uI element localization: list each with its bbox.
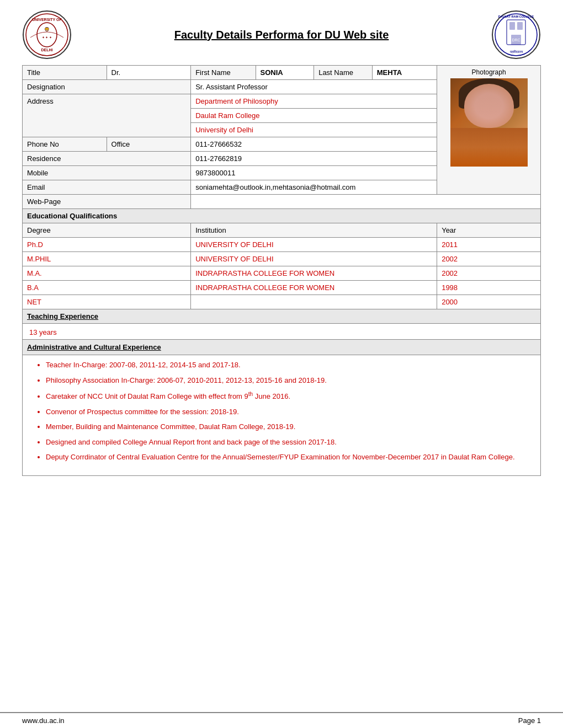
institution-ba: INDRAPRASTHA COLLEGE FOR WOMEN bbox=[191, 281, 437, 295]
address-label: Address bbox=[23, 94, 191, 137]
year-ma: 2002 bbox=[437, 266, 541, 281]
year-phd: 2011 bbox=[437, 238, 541, 252]
footer-page: Page 1 bbox=[518, 716, 541, 725]
teaching-header-row: Teaching Experience bbox=[23, 309, 541, 324]
bullet-6: Designed and compiled College Annual Rep… bbox=[46, 437, 534, 448]
svg-text:✦ ✦ ✦: ✦ ✦ ✦ bbox=[42, 36, 52, 39]
svg-text:🦁: 🦁 bbox=[44, 26, 50, 32]
bullet-3: Caretaker of NCC Unit of Daulat Ram Coll… bbox=[46, 390, 534, 402]
phone-office-label: Office bbox=[107, 137, 191, 152]
address-line2: Daulat Ram College bbox=[191, 109, 437, 123]
footer: www.du.ac.in Page 1 bbox=[0, 712, 563, 728]
svg-text:महाविद्यालय: महाविद्यालय bbox=[509, 50, 523, 53]
bullet-1: Teacher In-Charge: 2007-08, 2011-12, 201… bbox=[46, 360, 534, 371]
teaching-years-cell: 13 years bbox=[23, 324, 541, 340]
edu-col-header-row: Degree Institution Year bbox=[23, 223, 541, 238]
degree-net: NET bbox=[23, 295, 191, 309]
teaching-section-label: Teaching Experience bbox=[23, 309, 541, 324]
residence-value: 011-27662819 bbox=[191, 152, 437, 166]
admin-section-label: Administrative and Cultural Experience bbox=[23, 340, 541, 355]
main-content: Title Dr. First Name SONIA Last Name MEH… bbox=[0, 65, 563, 712]
email-value: soniamehta@outlook.in,mehtasonia@hotmail… bbox=[191, 180, 437, 195]
degree-ba: B.A bbox=[23, 281, 191, 295]
teaching-content-row: 13 years bbox=[23, 324, 541, 340]
address-line1: Department of Philosophy bbox=[191, 94, 437, 109]
bullet-5: Member, Building and Maintenance Committ… bbox=[46, 421, 534, 432]
year-mphil: 2002 bbox=[437, 252, 541, 266]
svg-rect-12 bbox=[509, 22, 515, 30]
designation-value: Sr. Assistant Professor bbox=[191, 80, 437, 94]
edu-header-row: Educational Qualifications bbox=[23, 209, 541, 223]
edu-row-ba: B.A INDRAPRASTHA COLLEGE FOR WOMEN 1998 bbox=[23, 281, 541, 295]
institution-mphil: UNIVERSITY OF DELHI bbox=[191, 252, 437, 266]
edu-row-mphil: M.PHIL UNIVERSITY OF DELHI 2002 bbox=[23, 252, 541, 266]
email-label: Email bbox=[23, 180, 191, 195]
svg-text:DAULAT RAM COLLEGE: DAULAT RAM COLLEGE bbox=[498, 15, 534, 18]
last-name-label: Last Name bbox=[314, 66, 373, 80]
photograph-cell: Photograph bbox=[437, 66, 541, 195]
institution-net bbox=[191, 295, 437, 309]
phone-label: Phone No bbox=[23, 137, 107, 152]
address-line3: University of Delhi bbox=[191, 123, 437, 137]
year-net: 2000 bbox=[437, 295, 541, 309]
svg-text:DRC: DRC bbox=[512, 38, 520, 42]
residence-label: Residence bbox=[23, 152, 191, 166]
edu-row-ma: M.A. INDRAPRASTHA COLLEGE FOR WOMEN 2002 bbox=[23, 266, 541, 281]
photo-label: Photograph bbox=[442, 68, 536, 76]
bullet-4: Convenor of Prospectus committee for the… bbox=[46, 406, 534, 417]
bullet-7: Deputy Corrdinator of Central Evaluation… bbox=[46, 452, 534, 463]
mobile-value: 9873800011 bbox=[191, 166, 437, 180]
degree-col-label: Degree bbox=[23, 223, 191, 238]
page-title: Faculty Details Performa for DU Web site bbox=[72, 29, 491, 41]
mobile-label: Mobile bbox=[23, 166, 191, 180]
left-logo: UNIVERSITY OF DELHI 🦁 ✦ ✦ ✦ bbox=[22, 10, 72, 60]
edu-row-phd: Ph.D UNIVERSITY OF DELHI 2011 bbox=[23, 238, 541, 252]
degree-ma: M.A. bbox=[23, 266, 191, 281]
admin-header-row: Administrative and Cultural Experience bbox=[23, 340, 541, 355]
last-name-value: MEHTA bbox=[372, 66, 437, 80]
teaching-years: 13 years bbox=[29, 328, 57, 336]
footer-website: www.du.ac.in bbox=[22, 716, 65, 725]
year-col-label: Year bbox=[437, 223, 541, 238]
header: UNIVERSITY OF DELHI 🦁 ✦ ✦ ✦ Faculty Deta… bbox=[0, 0, 563, 65]
page: UNIVERSITY OF DELHI 🦁 ✦ ✦ ✦ Faculty Deta… bbox=[0, 0, 563, 728]
title-label: Title bbox=[23, 66, 107, 80]
webpage-row: Web-Page bbox=[23, 195, 541, 209]
photo-image bbox=[450, 78, 528, 167]
edu-section-label: Educational Qualifications bbox=[23, 209, 541, 223]
phone-office-value: 011-27666532 bbox=[191, 137, 437, 152]
info-table: Title Dr. First Name SONIA Last Name MEH… bbox=[22, 65, 541, 476]
edu-row-net: NET 2000 bbox=[23, 295, 541, 309]
svg-rect-13 bbox=[517, 22, 523, 30]
first-name-label: First Name bbox=[191, 66, 256, 80]
institution-col-label: Institution bbox=[191, 223, 437, 238]
admin-bullet-list: Teacher In-Charge: 2007-08, 2011-12, 201… bbox=[29, 360, 534, 463]
webpage-label: Web-Page bbox=[23, 195, 191, 209]
title-name-row: Title Dr. First Name SONIA Last Name MEH… bbox=[23, 66, 541, 80]
admin-content-row: Teacher In-Charge: 2007-08, 2011-12, 201… bbox=[23, 355, 541, 476]
degree-mphil: M.PHIL bbox=[23, 252, 191, 266]
degree-phd: Ph.D bbox=[23, 238, 191, 252]
institution-phd: UNIVERSITY OF DELHI bbox=[191, 238, 437, 252]
webpage-value bbox=[191, 195, 541, 209]
svg-text:UNIVERSITY OF: UNIVERSITY OF bbox=[32, 18, 62, 22]
year-ba: 1998 bbox=[437, 281, 541, 295]
institution-ma: INDRAPRASTHA COLLEGE FOR WOMEN bbox=[191, 266, 437, 281]
admin-bullets-cell: Teacher In-Charge: 2007-08, 2011-12, 201… bbox=[23, 355, 541, 476]
svg-text:DELHI: DELHI bbox=[41, 48, 53, 52]
first-name-value: SONIA bbox=[256, 66, 314, 80]
bullet-2: Philosophy Association In-Charge: 2006-0… bbox=[46, 375, 534, 386]
designation-label: Designation bbox=[23, 80, 191, 94]
right-logo: DAULAT RAM COLLEGE महाविद्यालय DRC bbox=[491, 10, 541, 60]
title-value: Dr. bbox=[107, 66, 191, 80]
